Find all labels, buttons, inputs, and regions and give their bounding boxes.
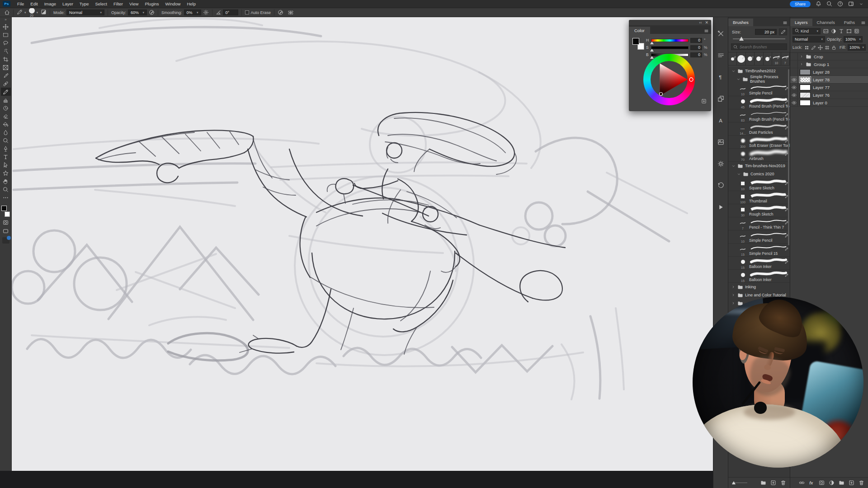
recent-brush[interactable] [737, 52, 745, 65]
chevron-right-icon[interactable] [800, 55, 803, 58]
pencil-tool[interactable] [1, 88, 11, 96]
crop-tool[interactable] [1, 55, 11, 63]
brush-angle-value[interactable]: 0° [223, 9, 238, 15]
recent-brush[interactable] [728, 52, 737, 65]
brush-item[interactable]: 15Balloon Inker [728, 257, 790, 270]
eyedropper-tool[interactable] [1, 71, 11, 80]
brush-size-input[interactable]: 20 px [755, 29, 777, 35]
layer-row[interactable]: Crop [790, 53, 868, 61]
history-brush-tool[interactable] [1, 104, 11, 112]
tab-channels[interactable]: Channels [812, 19, 840, 26]
brush-size-slider[interactable] [733, 36, 785, 42]
layer-row[interactable]: Layer 0 [790, 99, 868, 107]
zoom-tool[interactable] [1, 185, 11, 193]
lasso-tool[interactable] [1, 39, 11, 47]
lock-all-icon[interactable] [831, 45, 836, 50]
new-brush-group-icon[interactable] [760, 480, 766, 486]
menu-select[interactable]: Select [92, 1, 110, 6]
menu-layer[interactable]: Layer [59, 1, 76, 6]
delete-layer-icon[interactable] [859, 480, 864, 486]
frame-tool[interactable] [1, 63, 11, 71]
history-panel-icon[interactable] [715, 180, 726, 191]
slider-thumb[interactable] [739, 37, 744, 41]
menu-image[interactable]: Image [41, 1, 59, 6]
eye-slot-empty[interactable] [790, 68, 798, 75]
document-canvas[interactable] [12, 17, 713, 471]
edit-brush-icon[interactable] [785, 244, 788, 253]
blur-tool[interactable] [1, 128, 11, 136]
brush-item[interactable]: 10Simple Pencil [728, 230, 790, 244]
quick-mask-icon[interactable] [1, 219, 11, 226]
brush-item[interactable]: 300Soft Eraser (Eraser Tool) [728, 136, 790, 149]
tool-presets-icon[interactable] [715, 28, 726, 39]
pen-tool[interactable] [1, 145, 11, 153]
link-layers-icon[interactable] [799, 480, 805, 486]
mode-select[interactable]: Normal▾ [66, 9, 104, 15]
filter-pixel-layers-icon[interactable] [823, 28, 829, 34]
paint-bucket-tool[interactable] [1, 120, 11, 128]
type-tool[interactable] [1, 153, 11, 161]
chevron-right-icon[interactable] [731, 285, 736, 289]
brush-item[interactable]: •••14...Dust Particles [728, 122, 790, 136]
recent-brush[interactable] [755, 52, 763, 65]
filter-type-layers-icon[interactable] [839, 28, 844, 34]
brush-stroke-preview-icon[interactable] [779, 28, 787, 35]
background-color-swatch[interactable] [5, 211, 10, 217]
smoothing-options-gear-icon[interactable] [203, 9, 209, 15]
brush-folder[interactable]: Comics 2020 [728, 170, 790, 178]
libraries-panel-icon[interactable] [715, 136, 726, 147]
brushes-panel-menu-icon[interactable] [783, 19, 788, 27]
character-panel-icon[interactable]: A [715, 115, 726, 126]
chevron-down-icon[interactable] [736, 77, 741, 81]
brush-item[interactable]: 83Rough Brush (Pencil Tool) [728, 109, 790, 122]
menu-file[interactable]: File [14, 1, 27, 6]
new-brush-icon[interactable] [770, 480, 776, 486]
chevron-down-icon[interactable] [731, 69, 736, 73]
eye-icon[interactable] [790, 76, 798, 83]
lock-artboard-icon[interactable] [825, 45, 830, 50]
saturation-value[interactable]: 0 [690, 45, 702, 50]
search-brushes-input[interactable] [740, 45, 785, 49]
screen-mode-icon[interactable] [1, 227, 11, 235]
add-mask-icon[interactable] [819, 480, 825, 486]
edit-brush-icon[interactable] [785, 271, 788, 279]
foreground-color-swatch[interactable] [1, 206, 7, 211]
actions-panel-icon[interactable] [715, 202, 726, 212]
hue-value[interactable]: 0 [690, 38, 702, 43]
toolbar-collapse-icon[interactable]: » [5, 17, 6, 23]
brush-item[interactable]: 70Airbrush [728, 149, 790, 162]
workspace-switcher-icon[interactable] [848, 1, 854, 7]
layer-row[interactable]: Group 1 [790, 61, 868, 68]
filter-adjustment-layers-icon[interactable] [831, 28, 836, 34]
layer-opacity-select[interactable]: 100%▾ [844, 36, 863, 42]
help-icon[interactable] [837, 1, 843, 7]
lock-transparency-icon[interactable] [804, 45, 809, 50]
adjustments-panel-icon[interactable] [715, 158, 726, 169]
color-wheel[interactable] [643, 54, 695, 105]
panel-collapse-icon[interactable]: ‹‹ [699, 20, 702, 25]
move-tool[interactable] [1, 23, 11, 31]
brush-item[interactable]: 45Round Brush (Pencil Tool) [728, 96, 790, 109]
chevron-down-icon[interactable] [859, 2, 863, 6]
layer-comps-icon[interactable] [715, 93, 726, 104]
chevron-down-icon[interactable] [731, 164, 736, 168]
path-selection-tool[interactable] [1, 161, 11, 169]
home-icon[interactable] [4, 9, 10, 15]
menu-edit[interactable]: Edit [27, 1, 41, 6]
new-group-icon[interactable] [839, 480, 844, 486]
brush-item[interactable]: 10Square Sketch [728, 178, 790, 191]
menu-filter[interactable]: Filter [110, 1, 126, 6]
size-pressure-icon[interactable] [278, 9, 283, 15]
edit-brush-icon[interactable] [785, 258, 788, 266]
panel-close-icon[interactable]: ✕ [705, 20, 708, 25]
share-button[interactable]: Share [790, 1, 811, 7]
eye-icon[interactable] [790, 84, 798, 91]
menu-help[interactable]: Help [184, 1, 199, 6]
brush-folder[interactable]: TimBrushes2022 [728, 67, 790, 75]
layer-row[interactable]: Layer 28 [790, 68, 868, 76]
menu-view[interactable]: View [126, 1, 142, 6]
new-layer-icon[interactable] [849, 480, 854, 486]
layer-row[interactable]: Layer 78 [790, 76, 868, 84]
menu-type[interactable]: Type [76, 1, 92, 6]
notifications-icon[interactable] [816, 1, 821, 7]
